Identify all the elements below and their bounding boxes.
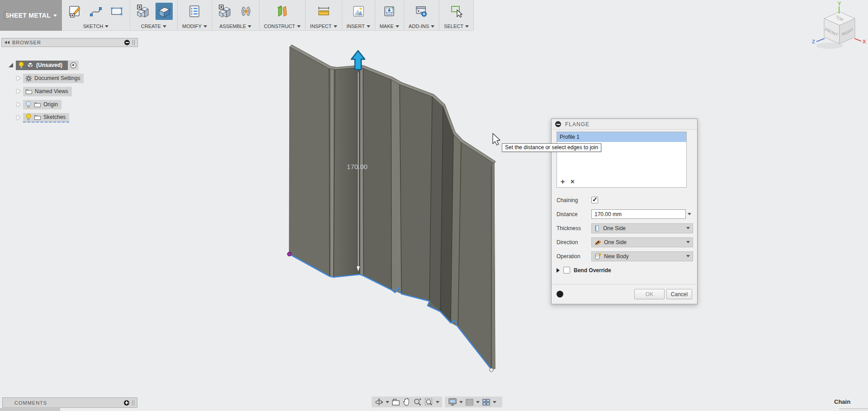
document-settings-node[interactable]: Document Settings	[23, 74, 84, 83]
chevron-down-icon[interactable]	[459, 401, 463, 403]
spline-tool-button[interactable]	[87, 3, 104, 20]
viewports-button[interactable]	[481, 398, 491, 406]
ok-button[interactable]: OK	[634, 289, 665, 299]
pan-button[interactable]	[402, 398, 411, 406]
new-body-icon	[594, 253, 601, 260]
bend-override-row: Bend Override	[557, 264, 693, 276]
make-button[interactable]	[381, 3, 398, 20]
group-label-modify[interactable]: MODIFY	[182, 23, 207, 30]
new-solid-icon	[136, 4, 151, 19]
insert-button[interactable]	[350, 3, 367, 20]
joint-tool-button[interactable]	[237, 3, 255, 20]
panel-grip[interactable]	[132, 40, 135, 45]
collapsed-triangle-icon[interactable]	[17, 76, 20, 80]
sketch-end-point[interactable]	[490, 368, 493, 372]
corner-panel-edge	[839, 408, 868, 411]
group-label-inspect[interactable]: INSPECT	[310, 23, 337, 30]
group-label-sketch[interactable]: SKETCH	[83, 23, 109, 30]
direction-select[interactable]: One Side	[591, 237, 693, 247]
group-label-assemble[interactable]: ASSEMBLE	[219, 23, 251, 30]
info-icon[interactable]	[557, 291, 563, 298]
create-solid-button[interactable]	[135, 3, 152, 20]
tree-row-named-views[interactable]: Named Views	[17, 86, 72, 96]
create-sketch-button[interactable]	[66, 3, 84, 20]
measure-button[interactable]	[315, 3, 332, 20]
group-label-create[interactable]: CREATE	[141, 23, 166, 30]
collapsed-triangle-icon[interactable]	[17, 89, 20, 94]
display-settings-button[interactable]	[448, 398, 458, 406]
rectangle-tool-button[interactable]	[108, 3, 125, 20]
viewport-canvas[interactable]: 170.00	[0, 0, 868, 411]
grid-snap-button[interactable]	[465, 398, 474, 406]
chevron-down-icon[interactable]	[386, 401, 389, 403]
distance-row: Distance 170.00 mm	[557, 208, 693, 220]
zoom-button[interactable]	[413, 398, 422, 406]
tree-row-origin[interactable]: Origin	[17, 99, 61, 109]
dialog-drag-icon[interactable]	[555, 121, 561, 127]
tree-row-document-settings[interactable]: Document Settings	[17, 73, 84, 83]
group-select: SELECT	[439, 0, 474, 30]
group-label-select[interactable]: SELECT	[444, 23, 469, 30]
viewcube[interactable]: TOP FRONT RIGHT Y Z X	[811, 0, 868, 53]
bend-override-checkbox[interactable]	[563, 267, 570, 274]
thickness-select[interactable]: One Side	[591, 223, 693, 233]
group-label-addins[interactable]: ADD-INS	[409, 23, 434, 30]
collapsed-triangle-icon[interactable]	[17, 115, 20, 120]
tree-row-root[interactable]: (Unsaved)	[9, 60, 79, 70]
collapsed-triangle-icon[interactable]	[17, 102, 20, 107]
add-comment-icon[interactable]	[124, 400, 129, 406]
bulb-off-icon[interactable]	[25, 101, 32, 108]
thickness-row: Thickness One Side	[557, 222, 693, 234]
selection-list[interactable]: Profile 1 + ✕	[557, 132, 687, 188]
scripts-addins-button[interactable]	[413, 3, 430, 20]
add-selection-button[interactable]: +	[561, 178, 565, 186]
remove-selection-button[interactable]: ✕	[570, 179, 575, 185]
toolbar-groups: SKETCH	[62, 0, 474, 31]
select-button[interactable]	[448, 3, 465, 20]
remove-panel-icon[interactable]	[124, 40, 130, 45]
measure-icon	[316, 4, 331, 19]
workspace-tab-sheet-metal[interactable]: SHEET METAL	[0, 0, 62, 31]
sheet-metal-rules-button[interactable]	[186, 3, 203, 20]
chevron-down-icon[interactable]	[436, 401, 439, 403]
new-component-button[interactable]	[217, 3, 234, 20]
sketches-node[interactable]: Sketches	[23, 113, 69, 123]
tree-row-sketches[interactable]: Sketches	[17, 113, 69, 123]
chevron-down-icon	[297, 25, 301, 28]
browser-header[interactable]: BROWSER	[1, 38, 138, 47]
flange-dialog-header[interactable]: FLANGE	[552, 119, 697, 130]
distance-dropdown-button[interactable]	[686, 213, 693, 215]
group-label-construct[interactable]: CONSTRUCT	[264, 23, 301, 30]
named-views-node[interactable]: Named Views	[23, 87, 72, 96]
collapse-panel-icon[interactable]	[5, 41, 9, 44]
profile-label: Profile 1	[560, 134, 580, 140]
group-label-make[interactable]: MAKE	[380, 23, 399, 30]
selection-item-profile1[interactable]: Profile 1	[557, 132, 686, 142]
fit-button[interactable]	[424, 398, 434, 406]
group-label-insert[interactable]: INSERT	[347, 23, 370, 30]
activate-component-control[interactable]	[68, 61, 79, 70]
chevron-down-icon[interactable]	[476, 401, 480, 403]
bulb-on-icon[interactable]	[25, 113, 32, 121]
origin-node[interactable]: Origin	[23, 100, 61, 109]
expanded-triangle-icon[interactable]	[9, 63, 13, 67]
chaining-checkbox[interactable]	[591, 197, 598, 203]
origin-label: Origin	[43, 101, 58, 108]
cancel-button[interactable]: Cancel	[666, 289, 692, 299]
orbit-button[interactable]	[374, 398, 384, 406]
sheet-metal-body[interactable]	[289, 45, 495, 369]
bulb-on-icon[interactable]	[18, 61, 24, 69]
root-node[interactable]: (Unsaved)	[16, 61, 68, 70]
expand-triangle-icon[interactable]	[557, 268, 560, 273]
construct-plane-button[interactable]	[274, 3, 291, 20]
direction-one-side-icon	[594, 239, 601, 246]
tab-drag-grip[interactable]	[4, 11, 6, 19]
panel-grip[interactable]	[132, 400, 134, 406]
distance-input[interactable]: 170.00 mm	[591, 209, 686, 219]
flange-tool-button-active[interactable]	[156, 3, 173, 20]
operation-select[interactable]: New Body	[591, 251, 693, 261]
comments-bar[interactable]: COMMENTS	[2, 397, 137, 408]
look-at-button[interactable]	[391, 398, 401, 406]
chevron-down-icon[interactable]	[493, 401, 496, 403]
sketch-start-point[interactable]	[288, 252, 291, 256]
